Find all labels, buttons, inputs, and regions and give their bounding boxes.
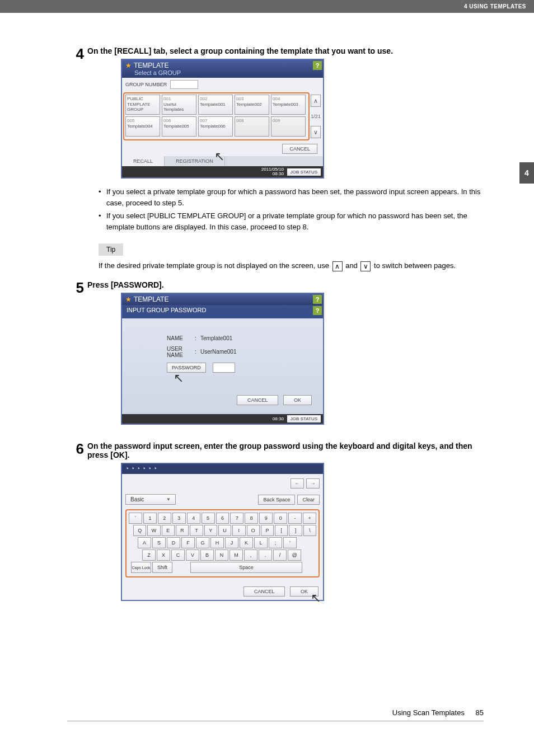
group-cell-008[interactable]: 008: [235, 116, 269, 137]
username-value: UserName001: [200, 349, 236, 355]
key-'[interactable]: ': [283, 537, 297, 548]
key-6[interactable]: 6: [216, 513, 229, 524]
job-status-button[interactable]: JOB STATUS: [287, 415, 321, 422]
key-`[interactable]: `: [129, 513, 142, 524]
key-P[interactable]: P: [261, 525, 274, 536]
key-][interactable]: ]: [289, 525, 302, 536]
shift-key[interactable]: Shift: [152, 562, 172, 573]
key-[[interactable]: [: [275, 525, 288, 536]
key-M[interactable]: M: [229, 550, 243, 561]
key-O[interactable]: O: [247, 525, 260, 536]
key-A[interactable]: A: [138, 537, 151, 548]
key-D[interactable]: D: [167, 537, 180, 548]
arrow-right-key[interactable]: →: [306, 478, 320, 489]
key-0[interactable]: 0: [274, 513, 287, 524]
tab-registration[interactable]: REGISTRATION: [165, 156, 225, 166]
screen2-header: ★TEMPLATE ?: [122, 294, 323, 305]
job-status-button[interactable]: JOB STATUS: [287, 168, 321, 176]
mode-dropdown[interactable]: Basic▼: [125, 494, 176, 505]
cancel-button[interactable]: CANCEL: [243, 586, 285, 597]
key-8[interactable]: 8: [245, 513, 258, 524]
ok-button[interactable]: OK: [290, 586, 318, 597]
cursor-icon: ↖: [174, 371, 184, 386]
password-field[interactable]: [213, 363, 235, 373]
key-H[interactable]: H: [210, 537, 224, 548]
help-icon[interactable]: ?: [313, 61, 322, 70]
key-9[interactable]: 9: [259, 513, 273, 524]
name-value: Template001: [200, 335, 232, 341]
key-2[interactable]: 2: [158, 513, 171, 524]
key--[interactable]: -: [288, 513, 302, 524]
key-X[interactable]: X: [157, 550, 170, 561]
page-footer: Using Scan Templates 85: [392, 708, 484, 717]
screen1-header: ★TEMPLATE Select a GROUP ?: [122, 60, 323, 78]
cancel-button[interactable]: CANCEL: [282, 144, 317, 154]
page-up-icon[interactable]: ∧: [311, 95, 321, 107]
header-bar: 4 USING TEMPLATES: [0, 0, 534, 13]
tab-recall[interactable]: RECALL: [122, 156, 165, 166]
key-N[interactable]: N: [215, 550, 228, 561]
page-down-icon[interactable]: ∨: [311, 126, 321, 138]
key-S[interactable]: S: [152, 537, 166, 548]
space-key[interactable]: Space: [190, 562, 302, 573]
key-L[interactable]: L: [254, 537, 268, 548]
key-E[interactable]: E: [162, 525, 175, 536]
step-5-title: Press [PASSWORD].: [87, 280, 484, 289]
step-4-title: On the [RECALL] tab, select a group cont…: [87, 46, 484, 55]
key-K[interactable]: K: [240, 537, 253, 548]
tip-text: If the desired private template group is…: [99, 260, 484, 271]
key-,[interactable]: ,: [244, 550, 257, 561]
group-number-field[interactable]: [170, 80, 198, 89]
name-label: NAME: [133, 335, 195, 341]
key-G[interactable]: G: [196, 537, 209, 548]
group-cell-006[interactable]: 006Template005: [162, 116, 196, 137]
step-5: 5 Press [PASSWORD]. ★TEMPLATE ? INPUT GR…: [67, 280, 484, 433]
keyboard-screen: * * * * * * ← → Basic▼ Back Space Clear …: [121, 463, 324, 601]
help-icon[interactable]: ?: [313, 295, 322, 304]
group-cell-007[interactable]: 007Template006: [198, 116, 233, 137]
key-R[interactable]: R: [176, 525, 189, 536]
group-cell-001[interactable]: 001Useful Templates: [162, 95, 196, 115]
page-down-inline-icon: ∨: [360, 261, 371, 271]
key-B[interactable]: B: [200, 550, 214, 561]
clear-button[interactable]: Clear: [297, 495, 320, 505]
password-button[interactable]: PASSWORD: [167, 363, 206, 373]
cancel-button[interactable]: CANCEL: [237, 395, 279, 405]
key-7[interactable]: 7: [230, 513, 243, 524]
key-.[interactable]: .: [259, 550, 272, 561]
group-cell-005[interactable]: 005Template004: [125, 116, 160, 137]
group-cell-public[interactable]: PUBLIC TEMPLATE GROUP: [125, 95, 160, 115]
key-@[interactable]: @: [288, 550, 301, 561]
capslock-key[interactable]: Caps Lock: [131, 562, 151, 573]
group-cell-004[interactable]: 004Template003: [271, 95, 306, 115]
key-T[interactable]: T: [190, 525, 203, 536]
arrow-left-key[interactable]: ←: [291, 478, 304, 489]
key-Z[interactable]: Z: [142, 550, 156, 561]
key-;[interactable]: ;: [269, 537, 282, 548]
ok-button[interactable]: OK: [283, 395, 312, 405]
key-Y[interactable]: Y: [204, 525, 217, 536]
key-F[interactable]: F: [181, 537, 195, 548]
key-U[interactable]: U: [218, 525, 231, 536]
help-icon[interactable]: ?: [313, 306, 322, 315]
key-Q[interactable]: Q: [133, 525, 146, 536]
key-I[interactable]: I: [232, 525, 245, 536]
backspace-button[interactable]: Back Space: [258, 495, 295, 505]
key-W[interactable]: W: [147, 525, 160, 536]
template-select-group-screen: ★TEMPLATE Select a GROUP ? GROUP NUMBER …: [121, 59, 324, 179]
key-+[interactable]: +: [303, 513, 316, 524]
key-3[interactable]: 3: [172, 513, 186, 524]
key-V[interactable]: V: [186, 550, 199, 561]
group-cell-002[interactable]: 002Template001: [198, 95, 233, 115]
key-5[interactable]: 5: [202, 513, 215, 524]
key-1[interactable]: 1: [143, 513, 157, 524]
group-cell-003[interactable]: 003Template002: [235, 95, 269, 115]
key-4[interactable]: 4: [187, 513, 200, 524]
key-C[interactable]: C: [171, 550, 185, 561]
key-/[interactable]: /: [273, 550, 287, 561]
key-J[interactable]: J: [225, 537, 238, 548]
step-5-number: 5: [67, 280, 84, 433]
group-cell-009[interactable]: 009: [271, 116, 306, 137]
key-\[interactable]: \: [303, 525, 316, 536]
step-6-number: 6: [67, 442, 84, 609]
